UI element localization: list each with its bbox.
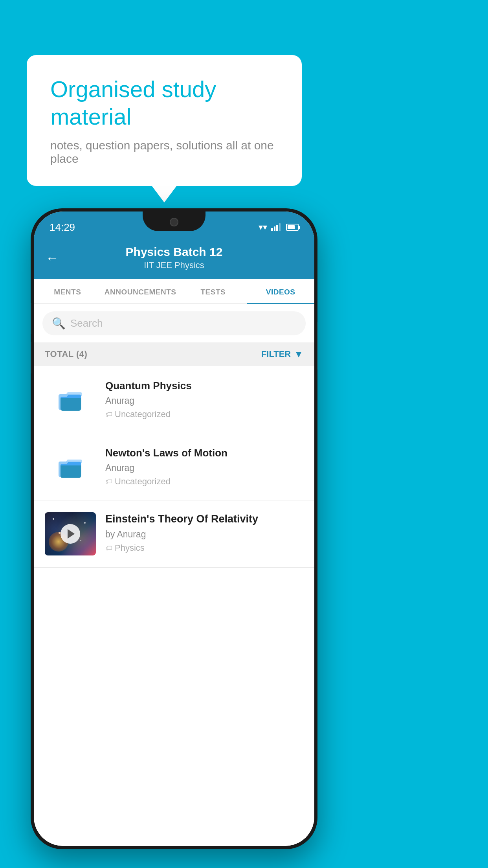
total-count: TOTAL (4) xyxy=(45,349,87,359)
video-author: Anurag xyxy=(105,395,303,406)
list-item[interactable]: Newton's Laws of Motion Anurag 🏷 Uncateg… xyxy=(34,433,314,500)
video-title-3: Einstein's Theory Of Relativity xyxy=(105,512,303,526)
volume-up-button xyxy=(31,303,31,334)
speech-bubble-card: Organised study material notes, question… xyxy=(27,55,302,186)
tag-icon-3: 🏷 xyxy=(105,544,112,552)
header-title-group: Physics Batch 12 IIT JEE Physics xyxy=(67,245,281,270)
status-icons: ▾▾ xyxy=(259,222,299,232)
list-item[interactable]: Quantum Physics Anurag 🏷 Uncategorized xyxy=(34,366,314,433)
search-bar[interactable]: 🔍 Search xyxy=(42,311,306,335)
battery-icon xyxy=(286,224,299,231)
filter-bar: TOTAL (4) FILTER ▼ xyxy=(34,342,314,366)
tab-videos[interactable]: VIDEOS xyxy=(247,279,314,303)
status-time: 14:29 xyxy=(50,221,75,234)
list-item[interactable]: Einstein's Theory Of Relativity by Anura… xyxy=(34,500,314,568)
signal-icon xyxy=(271,223,281,231)
notch xyxy=(143,211,205,231)
video-tag: 🏷 Uncategorized xyxy=(105,409,303,419)
video-author-2: Anurag xyxy=(105,463,303,473)
play-button[interactable] xyxy=(61,524,80,544)
filter-icon: ▼ xyxy=(294,349,303,360)
folder-icon-wrap xyxy=(45,378,96,421)
tag-icon: 🏷 xyxy=(105,410,112,419)
tab-bar: MENTS ANNOUNCEMENTS TESTS VIDEOS xyxy=(34,279,314,304)
video-info-3: Einstein's Theory Of Relativity by Anura… xyxy=(105,512,303,553)
video-title: Quantum Physics xyxy=(105,379,303,393)
wifi-icon: ▾▾ xyxy=(259,222,267,232)
filter-button[interactable]: FILTER ▼ xyxy=(261,349,303,360)
folder-icon xyxy=(57,386,84,413)
svg-rect-3 xyxy=(61,464,81,478)
folder-icon-wrap-2 xyxy=(45,445,96,488)
folder-icon-2 xyxy=(57,453,84,480)
svg-rect-1 xyxy=(61,397,81,411)
play-icon xyxy=(68,529,75,539)
einstein-thumbnail xyxy=(45,512,96,555)
volume-down-button xyxy=(31,342,31,373)
tab-ments[interactable]: MENTS xyxy=(34,279,101,303)
tab-tests[interactable]: TESTS xyxy=(180,279,247,303)
video-author-3: by Anurag xyxy=(105,529,303,540)
power-button xyxy=(317,322,317,370)
bubble-subtitle: notes, question papers, solutions all at… xyxy=(50,139,278,166)
header-title: Physics Batch 12 xyxy=(67,245,281,259)
search-container: 🔍 Search xyxy=(34,304,314,342)
video-list: Quantum Physics Anurag 🏷 Uncategorized xyxy=(34,366,314,846)
video-tag-2: 🏷 Uncategorized xyxy=(105,476,303,487)
search-icon: 🔍 xyxy=(52,317,66,330)
video-tag-3: 🏷 Physics xyxy=(105,543,303,553)
search-placeholder: Search xyxy=(70,317,103,329)
video-title-2: Newton's Laws of Motion xyxy=(105,447,303,460)
phone-frame: 14:29 ▾▾ xyxy=(31,208,317,849)
app-header: ← Physics Batch 12 IIT JEE Physics xyxy=(34,239,314,279)
camera xyxy=(170,218,178,226)
back-button[interactable]: ← xyxy=(46,250,59,266)
video-info-2: Newton's Laws of Motion Anurag 🏷 Uncateg… xyxy=(105,447,303,487)
tab-announcements[interactable]: ANNOUNCEMENTS xyxy=(101,279,180,303)
tag-icon-2: 🏷 xyxy=(105,478,112,486)
bubble-title: Organised study material xyxy=(50,75,278,130)
header-subtitle: IIT JEE Physics xyxy=(67,260,281,270)
video-info: Quantum Physics Anurag 🏷 Uncategorized xyxy=(105,379,303,420)
